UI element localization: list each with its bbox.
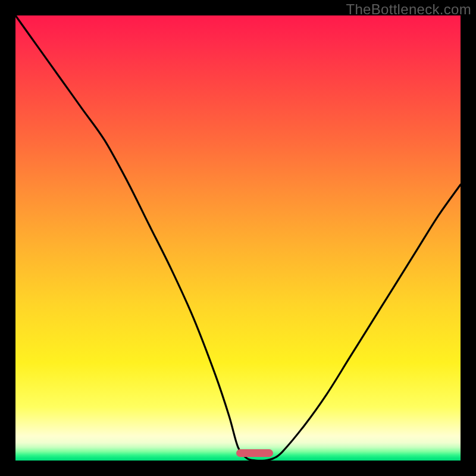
minimum-marker <box>236 449 273 457</box>
bottleneck-curve <box>15 15 461 461</box>
chart-frame: TheBottleneck.com <box>0 0 476 476</box>
plot-area <box>15 15 461 461</box>
watermark-text: TheBottleneck.com <box>346 1 471 18</box>
